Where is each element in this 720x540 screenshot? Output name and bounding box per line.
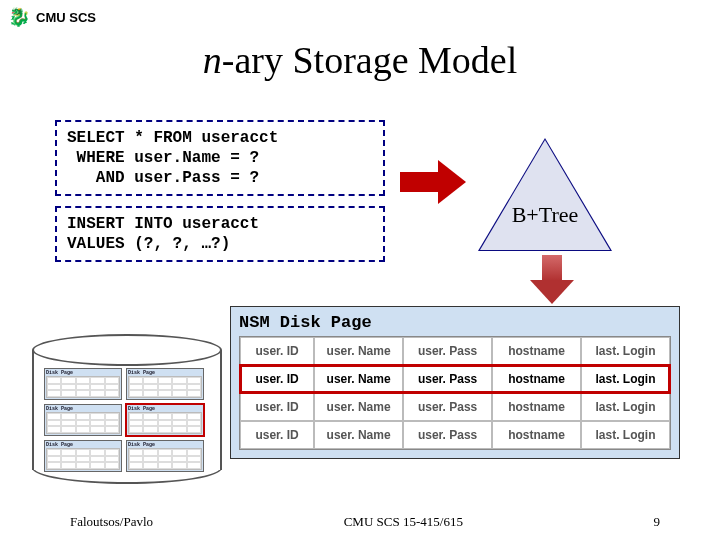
mini-page-selected: Disk Page xyxy=(126,404,204,436)
table-cell: hostname xyxy=(492,337,581,365)
btree-shape: B+Tree xyxy=(480,140,610,250)
mini-pages: Disk Page Disk Page Disk Page Disk Page … xyxy=(44,368,204,472)
disk-cylinder-icon: Disk Page Disk Page Disk Page Disk Page … xyxy=(32,334,222,484)
sql-line: AND user.Pass = ? xyxy=(67,168,373,188)
table-cell: last. Login xyxy=(581,421,670,449)
arrow-right-icon xyxy=(400,172,466,192)
table-cell: hostname xyxy=(492,365,581,393)
sql-select-box: SELECT * FROM useracct WHERE user.Name =… xyxy=(55,120,385,196)
table-cell: hostname xyxy=(492,421,581,449)
sql-line: VALUES (?, ?, …?) xyxy=(67,234,373,254)
table-row: user. ID user. Name user. Pass hostname … xyxy=(240,421,670,449)
table-cell: user. ID xyxy=(240,337,314,365)
table-cell: user. Pass xyxy=(403,337,492,365)
mini-page: Disk Page xyxy=(44,440,122,472)
table-cell: hostname xyxy=(492,393,581,421)
nsm-disk-page-panel: NSM Disk Page user. ID user. Name user. … xyxy=(230,306,680,459)
table-cell: user. Name xyxy=(314,393,403,421)
slide-title: n-ary Storage Model xyxy=(0,38,720,82)
table-cell: user. Name xyxy=(314,365,403,393)
table-cell: user. Name xyxy=(314,337,403,365)
nsm-disk-page-title: NSM Disk Page xyxy=(239,313,671,332)
table-cell: user. Name xyxy=(314,421,403,449)
org-label: CMU SCS xyxy=(36,10,96,25)
table-cell: last. Login xyxy=(581,337,670,365)
sql-area: SELECT * FROM useracct WHERE user.Name =… xyxy=(55,120,385,272)
slide-footer: Faloutsos/Pavlo CMU SCS 15-415/615 9 xyxy=(0,514,720,530)
mini-page: Disk Page xyxy=(126,440,204,472)
title-italic: n xyxy=(203,39,222,81)
cmu-scotty-icon: 🐉 xyxy=(8,6,30,28)
table-cell: user. ID xyxy=(240,393,314,421)
mini-page: Disk Page xyxy=(44,368,122,400)
sql-line: INSERT INTO useracct xyxy=(67,214,373,234)
sql-line: SELECT * FROM useracct xyxy=(67,128,373,148)
footer-center: CMU SCS 15-415/615 xyxy=(344,514,463,530)
mini-page: Disk Page xyxy=(44,404,122,436)
slide-header: 🐉 CMU SCS xyxy=(0,0,720,34)
title-rest: -ary Storage Model xyxy=(222,39,517,81)
table-row-highlighted: user. ID user. Name user. Pass hostname … xyxy=(240,365,670,393)
table-row: user. ID user. Name user. Pass hostname … xyxy=(240,337,670,365)
table-cell: user. ID xyxy=(240,421,314,449)
table-cell: user. ID xyxy=(240,365,314,393)
table-row: user. ID user. Name user. Pass hostname … xyxy=(240,393,670,421)
table-cell: user. Pass xyxy=(403,421,492,449)
sql-insert-box: INSERT INTO useracct VALUES (?, ?, …?) xyxy=(55,206,385,262)
disk-table: user. ID user. Name user. Pass hostname … xyxy=(239,336,671,450)
footer-right: 9 xyxy=(654,514,661,530)
sql-line: WHERE user.Name = ? xyxy=(67,148,373,168)
table-cell: user. Pass xyxy=(403,393,492,421)
table-cell: user. Pass xyxy=(403,365,492,393)
footer-left: Faloutsos/Pavlo xyxy=(70,514,153,530)
btree-label: B+Tree xyxy=(480,202,610,228)
table-cell: last. Login xyxy=(581,365,670,393)
mini-page: Disk Page xyxy=(126,368,204,400)
table-cell: last. Login xyxy=(581,393,670,421)
arrow-down-icon xyxy=(530,255,574,304)
